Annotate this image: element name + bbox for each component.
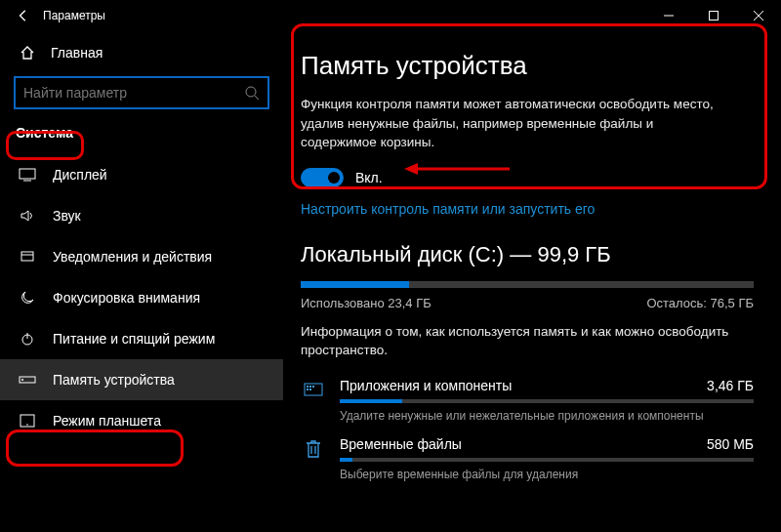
content-pane: Память устройства Функция контроля памят… — [283, 31, 781, 532]
svg-point-15 — [26, 424, 28, 426]
sidebar-home-label: Главная — [51, 45, 103, 61]
sidebar-item-storage[interactable]: Память устройства — [0, 359, 283, 400]
search-input[interactable] — [23, 85, 244, 101]
sidebar-item-label: Память устройства — [53, 372, 175, 388]
storage-item-temp[interactable]: Временные файлы 580 МБ Выберите временны… — [301, 436, 754, 481]
storage-item-sub: Удалите ненужные или нежелательные прило… — [340, 409, 754, 423]
svg-rect-1 — [710, 12, 719, 20]
storage-item-size: 580 МБ — [707, 436, 754, 452]
trash-icon — [301, 436, 326, 460]
svg-point-13 — [21, 379, 23, 381]
sidebar-item-tablet[interactable]: Режим планшета — [0, 400, 283, 441]
sidebar-item-display[interactable]: Дисплей — [0, 154, 283, 195]
page-title: Память устройства — [301, 51, 754, 81]
sidebar-item-sound[interactable]: Звук — [0, 195, 283, 236]
window-title: Параметры — [43, 9, 646, 22]
sidebar-item-label: Уведомления и действия — [53, 249, 212, 265]
toggle-label: Вкл. — [355, 170, 383, 185]
svg-rect-19 — [312, 386, 314, 388]
storage-sense-toggle[interactable] — [301, 168, 344, 187]
storage-item-name: Приложения и компоненты — [340, 378, 512, 393]
sound-icon — [18, 208, 37, 224]
sidebar-home[interactable]: Главная — [0, 35, 283, 70]
storage-item-sub: Выберите временные файлы для удаления — [340, 468, 754, 481]
storage-item-size: 3,46 ГБ — [707, 378, 754, 393]
back-icon[interactable] — [14, 9, 33, 22]
disk-title: Локальный диск (C:) — 99,9 ГБ — [301, 242, 754, 267]
svg-line-5 — [255, 96, 259, 100]
display-icon — [18, 168, 37, 182]
minimize-button[interactable] — [646, 0, 691, 31]
search-icon — [244, 85, 260, 101]
storage-sense-description: Функция контроля памяти может автоматиче… — [301, 95, 730, 152]
maximize-button[interactable] — [691, 0, 736, 31]
close-button[interactable] — [736, 0, 781, 31]
disk-info-text: Информация о том, как используется памят… — [301, 322, 730, 360]
apps-icon — [301, 378, 326, 401]
sidebar-item-focus[interactable]: Фокусировка внимания — [0, 277, 283, 318]
sidebar-item-label: Питание и спящий режим — [53, 331, 215, 347]
sidebar-section-label: Система — [0, 121, 283, 144]
power-icon — [18, 331, 37, 347]
disk-usage-bar — [301, 281, 754, 288]
sidebar: Главная Система Дисплей Звук — [0, 31, 283, 532]
search-box[interactable] — [14, 76, 269, 109]
storage-item-apps[interactable]: Приложения и компоненты 3,46 ГБ Удалите … — [301, 378, 754, 423]
sidebar-item-label: Звук — [53, 208, 81, 224]
disk-used-label: Использовано 23,4 ГБ — [301, 296, 432, 310]
sidebar-item-notifications[interactable]: Уведомления и действия — [0, 236, 283, 277]
storage-item-name: Временные файлы — [340, 436, 462, 452]
sidebar-item-label: Дисплей — [53, 167, 107, 183]
svg-rect-8 — [21, 252, 33, 261]
svg-rect-6 — [20, 169, 35, 179]
focus-icon — [18, 290, 37, 306]
svg-point-4 — [246, 87, 256, 97]
svg-rect-18 — [309, 386, 311, 388]
tablet-icon — [18, 414, 37, 428]
svg-rect-21 — [309, 389, 311, 390]
svg-rect-20 — [307, 389, 308, 390]
notifications-icon — [18, 249, 37, 265]
titlebar: Параметры — [0, 0, 781, 31]
svg-rect-17 — [307, 386, 308, 388]
sidebar-item-power[interactable]: Питание и спящий режим — [0, 318, 283, 359]
disk-free-label: Осталось: 76,5 ГБ — [646, 296, 754, 310]
sidebar-item-label: Фокусировка внимания — [53, 290, 200, 306]
sidebar-item-label: Режим планшета — [53, 413, 161, 429]
configure-storage-sense-link[interactable]: Настроить контроль памяти или запустить … — [301, 201, 754, 217]
storage-icon — [18, 374, 37, 386]
home-icon — [18, 45, 37, 61]
